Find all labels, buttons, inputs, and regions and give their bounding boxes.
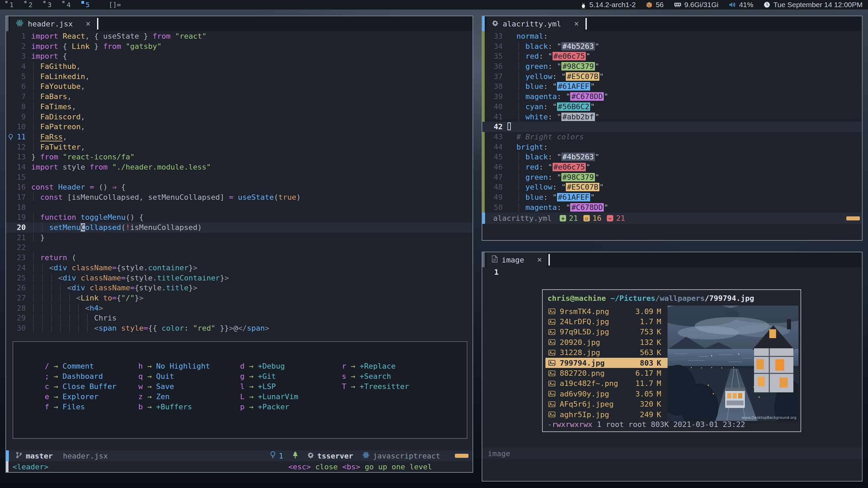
file-row[interactable]: ad6v90y.jpg3.05M: [545, 389, 668, 399]
statusline: image: [482, 448, 862, 459]
line-number: 23: [9, 253, 26, 263]
code-line[interactable]: 15: [6, 172, 472, 182]
code-line[interactable]: 4│ FaGithub,: [6, 61, 472, 72]
close-icon[interactable]: ×: [537, 255, 542, 265]
code-line[interactable]: 39 │ magenta: "#C678DD": [482, 92, 862, 102]
code-line[interactable]: 37 │ yellow: "#E5C07B": [482, 72, 862, 82]
file-row[interactable]: 97q9L5D.jpg753K: [545, 327, 668, 337]
layout-indicator[interactable]: []=: [109, 1, 121, 9]
workspace-tag-4[interactable]: 4: [62, 1, 75, 9]
code-line[interactable]: 34 │ black: "#4b5263": [482, 41, 862, 52]
buffer-area[interactable]: 1: [482, 267, 862, 277]
code-line[interactable]: 38 │ blue: "#61AFEF": [482, 81, 862, 92]
file-size-unit: K: [657, 400, 665, 408]
which-key-mapping: /→Comment: [42, 361, 135, 371]
file-size-unit: M: [657, 369, 665, 377]
square-box-icon: ▫: [583, 215, 590, 221]
code-line[interactable]: 30│ │ │ │ │ │ │ <span style={{ color: "r…: [6, 323, 472, 333]
code-line[interactable]: 21│ }: [6, 233, 472, 243]
workspace-tag-2[interactable]: 2: [24, 1, 37, 9]
code-line[interactable]: 44 bright:: [482, 142, 862, 152]
tab-header-jsx[interactable]: header.jsx ×: [10, 16, 96, 31]
which-key-mapping: h→No Highlight: [135, 361, 237, 371]
which-key-label: Explorer: [62, 392, 98, 401]
file-size: 3.05: [634, 390, 653, 398]
which-key-key: b: [135, 403, 143, 411]
code-line[interactable]: 8│ FaTimes,: [6, 102, 472, 112]
which-key-label: Files: [62, 403, 85, 411]
code-line[interactable]: 17│ const [isMenuCollapsed, setMenuColla…: [6, 192, 472, 202]
code-line[interactable]: 7│ FaBars,: [6, 92, 472, 102]
file-row[interactable]: 24LrDFQ.jpg1.7M: [545, 316, 668, 327]
file-row[interactable]: 20920.jpg132K: [545, 337, 668, 347]
file-row[interactable]: a19c482f~.png11.7M: [545, 378, 668, 389]
code-line[interactable]: 47 │ green: "#98C379": [482, 172, 862, 182]
git-added-count: 21: [569, 214, 578, 222]
code-line[interactable]: 27│ │ │ │ │ <Link to={"/"}>: [6, 293, 472, 303]
code-line[interactable]: 45 │ black: "#4b5263": [482, 152, 862, 162]
line-text: import { Link } from "gatsby": [31, 41, 161, 52]
file-row[interactable]: 882720.png6.17M: [545, 368, 668, 378]
code-line[interactable]: 16const Header = () ⇒ {: [6, 182, 472, 192]
code-line[interactable]: 13} from "react-icons/fa": [6, 152, 472, 162]
code-line[interactable]: 22: [6, 242, 472, 253]
file-row[interactable]: 31228.jpg563K: [545, 348, 668, 358]
code-line[interactable]: 25│ │ │ <div className={style.titleConta…: [6, 273, 472, 283]
file-row[interactable]: 799794.jpg803K: [545, 358, 668, 368]
code-line[interactable]: 36 │ green: "#98C379": [482, 61, 862, 72]
code-line[interactable]: 11│ FaRss,: [6, 132, 472, 142]
line-number: 17: [9, 192, 26, 202]
which-key-mapping: w→Save: [135, 381, 237, 391]
code-line[interactable]: 50 │ magenta: "#C678DD": [482, 202, 862, 213]
code-line[interactable]: 28│ │ │ │ │ │ <h4>: [6, 303, 472, 313]
code-line[interactable]: 35 │ red: "#e06c75": [482, 51, 862, 61]
code-line[interactable]: 23│ return (: [6, 253, 472, 263]
tab-image[interactable]: image ×: [486, 252, 547, 267]
code-line[interactable]: 20│ │ setMenuCollapsed(!isMenuCollapsed): [6, 222, 472, 233]
code-line[interactable]: 48 │ yellow: "#E5C07B": [482, 182, 862, 192]
code-line[interactable]: 49 │ blue: "#61AFEF": [482, 192, 862, 202]
code-line[interactable]: 10│ FaPatreon,: [6, 122, 472, 132]
line-number: 39: [487, 92, 503, 102]
line-text: │ FaLinkedin,: [31, 72, 90, 82]
code-line[interactable]: 19│ function toggleMenu() {: [6, 212, 472, 222]
code-line[interactable]: 41 │ white: "#abb2bf": [482, 112, 862, 122]
code-line[interactable]: 9│ FaDiscord,: [6, 112, 472, 122]
code-line[interactable]: 26│ │ │ │ <div className={style.title}>: [6, 283, 472, 293]
line-number: 43: [487, 132, 503, 142]
code-line[interactable]: 29│ │ │ │ │ │ │ Chris: [6, 313, 472, 323]
code-area[interactable]: 33 normal:34 │ black: "#4b5263"35 │ red:…: [482, 31, 862, 212]
code-line[interactable]: 18: [6, 202, 472, 213]
code-line[interactable]: 46 │ red: "#e06c75": [482, 162, 862, 172]
tab-alacritty-yml[interactable]: alacritty.yml ×: [486, 16, 584, 31]
code-line[interactable]: 43 # Bright colors: [482, 132, 862, 142]
tabline-accent: [482, 16, 485, 31]
code-line[interactable]: 33 normal:: [482, 31, 862, 41]
code-line[interactable]: 40 │ cyan: "#56B6C2": [482, 102, 862, 112]
image-file-icon: [548, 318, 556, 325]
workspace-tag-1[interactable]: 1: [5, 1, 18, 9]
code-line[interactable]: 2import { Link } from "gatsby": [6, 41, 472, 52]
code-area[interactable]: 1import React, { useState } from "react"…: [6, 31, 472, 333]
code-line[interactable]: 1import React, { useState } from "react": [6, 31, 472, 41]
esc-hint-key: <esc>: [288, 463, 311, 471]
code-line[interactable]: 14import style from "./header.module.les…: [6, 162, 472, 172]
file-row[interactable]: AFq5r6j.jpeg320K: [545, 399, 668, 409]
code-line[interactable]: 3import {: [6, 51, 472, 61]
file-row[interactable]: aghr5Ip.jpg249K: [545, 409, 668, 419]
workspace-tag-3[interactable]: 3: [43, 1, 56, 9]
code-line[interactable]: 6│ FaYoutube,: [6, 81, 472, 92]
git-changed-count: 16: [593, 214, 602, 222]
close-icon[interactable]: ×: [85, 19, 90, 28]
arrow-icon: →: [249, 382, 253, 391]
workspace-tag-5[interactable]: 5: [81, 1, 94, 9]
file-name: 24LrDFQ.jpg: [560, 317, 634, 326]
code-line[interactable]: 42: [482, 122, 862, 132]
close-icon[interactable]: ×: [574, 19, 579, 28]
code-line[interactable]: 5│ FaLinkedin,: [6, 72, 472, 82]
file-row[interactable]: 9rsmTK4.png3.09M: [545, 306, 668, 316]
package-icon: [646, 1, 653, 8]
code-line[interactable]: 24│ │ <div className={style.container}>: [6, 263, 472, 273]
code-line[interactable]: 12│ FaTwitter,: [6, 142, 472, 152]
wallpaper-preview: www.DesktopBackground.org: [668, 306, 798, 421]
